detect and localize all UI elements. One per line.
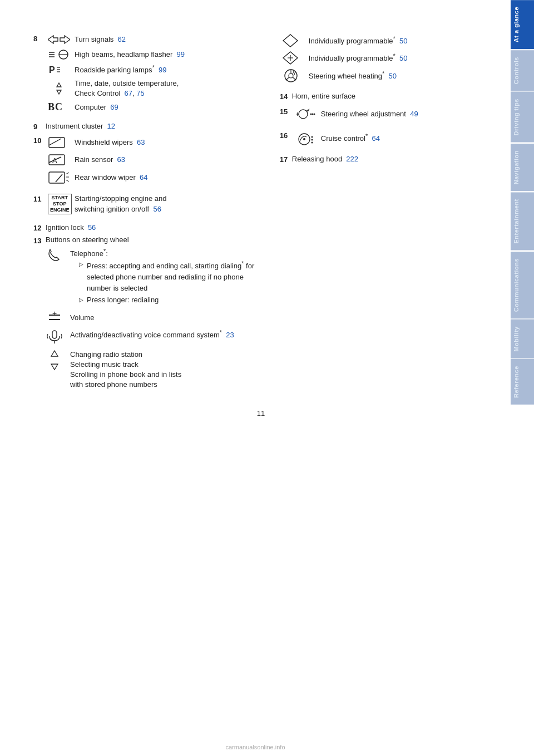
section-13-row: 13 Buttons on steering wheel — [33, 235, 263, 393]
voice-command-icon — [46, 328, 70, 347]
svg-line-38 — [286, 77, 289, 80]
svg-line-39 — [293, 77, 296, 80]
section-10-row: 10 Windshield wipers 63 — [33, 135, 263, 188]
two-col-layout: 8 — [33, 33, 488, 398]
turn-signals-icon — [48, 33, 75, 46]
section-13-header: Buttons on steering wheel — [46, 235, 129, 244]
section-9-text: Instrument cluster 12 — [46, 122, 115, 130]
item-turn-signals: Turn signals 62 — [46, 33, 263, 46]
section-10: 10 Windshield wipers 63 — [33, 135, 263, 188]
svg-point-41 — [310, 114, 312, 115]
item-high-beams: High beams, headlamp flasher 99 — [46, 48, 263, 61]
section-12: 12 Ignition lock 56 — [33, 223, 263, 232]
section-9: 9 Instrument cluster 12 — [33, 121, 263, 131]
sidebar-tab-entertainment[interactable]: Entertainment — [511, 192, 534, 250]
section-17-text: Releasing hood 222 — [292, 155, 358, 163]
ignition-lock-link[interactable]: 56 — [88, 223, 96, 232]
steering-adj-link[interactable]: 49 — [410, 110, 418, 118]
sidebar-tab-driving-tips[interactable]: Driving tips — [511, 92, 534, 143]
indiv-prog-1-link[interactable]: 50 — [399, 37, 407, 46]
turn-signals-link[interactable]: 62 — [118, 35, 126, 43]
telephone-bullet-list: Press: accepting and ending call, starti… — [70, 259, 263, 305]
steering-heating-link[interactable]: 50 — [388, 72, 396, 81]
high-beams-text: High beams, headlamp flasher 99 — [75, 50, 185, 60]
section-11: 11 STARTSTOPENGINE Starting/stopping eng… — [33, 194, 263, 217]
section-11-content: STARTSTOPENGINE Starting/stopping engine… — [46, 194, 263, 217]
computer-text: Computer 69 — [75, 102, 118, 112]
rain-sensor-link[interactable]: 63 — [117, 155, 125, 164]
sidebar-tab-mobility[interactable]: Mobility — [511, 320, 534, 359]
item-telephone: Telephone*: Press: accepting and ending … — [46, 247, 263, 308]
section-16-row: 16 — [280, 130, 488, 149]
section-12-num: 12 — [33, 223, 46, 232]
start-stop-link[interactable]: 56 — [153, 205, 161, 213]
windshield-wipers-icon — [48, 135, 75, 150]
section-15-row: 15 — [280, 106, 488, 125]
section-10-num: 10 — [33, 135, 46, 145]
roadside-lamps-link[interactable]: 99 — [159, 66, 166, 75]
section-14-text: Horn, entire surface — [292, 92, 355, 100]
sidebar-tab-communications[interactable]: Communications — [511, 252, 534, 318]
voice-command-link[interactable]: 23 — [226, 331, 234, 339]
item-steering-adj: Steering wheel adjustment 49 — [292, 106, 488, 122]
section-17-num: 17 — [280, 154, 292, 164]
item-computer: BC Computer 69 — [46, 101, 263, 113]
cruise-control-link[interactable]: 64 — [372, 135, 379, 143]
releasing-hood-link[interactable]: 222 — [346, 155, 358, 163]
telephone-text: Telephone*: Press: accepting and ending … — [70, 247, 263, 308]
page-container: 8 — [0, 0, 534, 756]
radio-station-text: Changing radio stationSelecting music tr… — [70, 350, 181, 390]
time-date-link2[interactable]: 75 — [136, 89, 144, 97]
svg-marker-31 — [283, 35, 298, 47]
bc-symbol: BC — [48, 101, 63, 113]
indiv-prog-2-text: Individually programmable* 50 — [309, 52, 408, 64]
item-roadside-lamps: P Roadside parking lamps* 99 — [46, 63, 263, 76]
sidebar-tab-reference[interactable]: Reference — [511, 359, 534, 405]
turn-signals-text: Turn signals 62 — [75, 35, 126, 45]
section-16-num: 16 — [280, 130, 292, 140]
sidebar-tab-navigation[interactable]: Navigation — [511, 144, 534, 191]
rain-sensor-icon: A — [48, 153, 75, 167]
computer-icon: BC — [48, 101, 75, 113]
start-stop-text: Starting/stopping engine andswitching ig… — [75, 194, 167, 214]
svg-point-42 — [312, 114, 313, 115]
time-date-text: Time, date, outside temperature,Check Co… — [75, 78, 179, 99]
section-14: 14 Horn, entire surface — [280, 91, 488, 101]
section-15-num: 15 — [280, 106, 292, 116]
high-beams-link[interactable]: 99 — [177, 50, 185, 58]
page-number: 11 — [33, 409, 488, 418]
svg-marker-29 — [51, 351, 58, 356]
item-voice-command: Activating/deactivating voice command sy… — [46, 328, 263, 347]
item-time-date: Time, date, outside temperature,Check Co… — [46, 78, 263, 99]
svg-point-48 — [311, 136, 313, 138]
item-indiv-prog-2: Individually programmable* 50 — [280, 51, 488, 65]
telephone-bullet-2: Press longer: redialing — [79, 294, 263, 306]
steering-adj-icon — [294, 106, 321, 122]
rain-sensor-text: Rain sensor 63 — [75, 155, 125, 165]
section-13: 13 Buttons on steering wheel — [33, 235, 263, 393]
indiv-prog-2-link[interactable]: 50 — [399, 55, 407, 63]
rear-wiper-link[interactable]: 64 — [140, 173, 147, 181]
volume-text: Volume — [70, 313, 94, 323]
svg-rect-27 — [52, 331, 57, 338]
sidebar: At a glance Controls Driving tips Naviga… — [511, 0, 534, 756]
item-cruise-control: Cruise control* 64 — [292, 130, 488, 146]
sidebar-tab-controls[interactable]: Controls — [511, 50, 534, 91]
section-13-content: Buttons on steering wheel Telephone*: — [46, 235, 263, 393]
svg-text:P: P — [49, 65, 55, 75]
svg-rect-18 — [49, 172, 65, 183]
start-stop-symbol: STARTSTOPENGINE — [48, 194, 72, 214]
high-beams-icon — [48, 48, 75, 61]
sidebar-tab-at-a-glance[interactable]: At a glance — [511, 0, 534, 49]
windshield-wipers-link[interactable]: 63 — [137, 138, 145, 146]
rear-wiper-text: Rear window wiper 64 — [75, 173, 148, 183]
watermark: carmanualsonline.info — [0, 744, 511, 750]
windshield-wipers-text: Windshield wipers 63 — [75, 138, 145, 148]
telephone-icon — [46, 247, 70, 266]
item-indiv-prog-1: Individually programmable* 50 — [280, 33, 488, 48]
instrument-cluster-link[interactable]: 12 — [107, 122, 115, 130]
time-date-link1[interactable]: 67 — [125, 89, 132, 97]
svg-rect-13 — [49, 138, 65, 148]
computer-link[interactable]: 69 — [110, 103, 118, 111]
indiv-prog-1-text: Individually programmable* 50 — [309, 35, 408, 47]
